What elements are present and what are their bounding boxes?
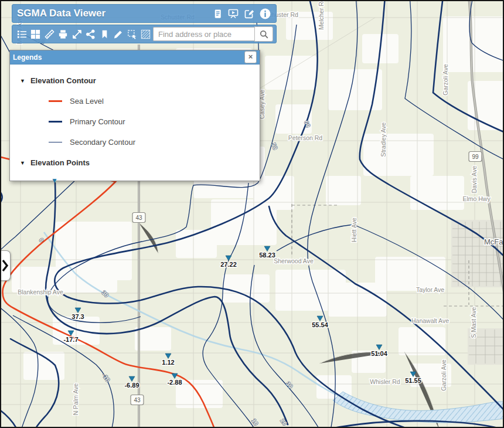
svg-text:99: 99 [472, 154, 479, 160]
road-label: S Mast Ave [470, 307, 477, 338]
edit-icon[interactable] [243, 7, 256, 20]
app-title: SGMA Data Viewer [17, 8, 208, 19]
measure-button[interactable] [43, 26, 56, 42]
title-bar: SGMA Data Viewer [12, 4, 277, 23]
search-input[interactable] [153, 27, 254, 41]
report-icon[interactable] [211, 7, 224, 20]
highway-shield: 43 [132, 213, 145, 223]
elevation-point-value: 51.04 [371, 350, 387, 357]
elevation-point-value: 37.3 [71, 313, 84, 320]
road-label: N Palm Ave [72, 383, 79, 416]
search-box [153, 26, 273, 42]
elevation-point-value: 27.22 [220, 261, 237, 268]
search-icon [259, 29, 269, 39]
town-label: McFarland [484, 237, 504, 246]
draw-button[interactable] [112, 26, 125, 42]
primary-contour-line-swatch [49, 121, 62, 123]
elevation-point-value: -17.7 [63, 336, 78, 343]
legend-item-sea-level: Sea Level [49, 97, 260, 106]
svg-text:43: 43 [135, 215, 142, 221]
legends-title: Legends [13, 53, 244, 62]
legends-panel: Legends × ▼ Elevation Contour Sea Level … [9, 50, 260, 181]
road-label: Melcher Rd [318, 0, 325, 30]
road-label: Davis Ave [471, 166, 478, 193]
share-button[interactable] [84, 26, 98, 42]
highway-shield: 43 [131, 395, 144, 405]
caret-down-icon: ▼ [20, 160, 25, 166]
road-label: Hiett Ave [350, 218, 357, 242]
sgma-data-viewer-window: 0.06050300-10301020 434399 Schuster RdSc… [0, 0, 504, 428]
basemap-grid-button[interactable] [29, 26, 43, 42]
road-label: Blankenship Ave [18, 288, 63, 295]
secondary-contour-line-swatch [49, 142, 62, 142]
print-button[interactable] [57, 26, 70, 42]
fullscreen-button[interactable] [70, 26, 84, 42]
map-toolbar [12, 25, 277, 43]
road-label: Garzoli Ave [442, 64, 449, 96]
caret-down-icon: ▼ [20, 78, 25, 84]
elevation-point-marker-swatch: ▼ [51, 176, 260, 185]
road-label: Hanawalt Ave [411, 317, 449, 324]
road-label: Taylor Ave [416, 286, 444, 293]
sidebar-expander[interactable] [0, 250, 11, 281]
swipe-button[interactable] [139, 26, 153, 42]
road-label: Stradley Ave [380, 122, 387, 157]
legend-list-button[interactable] [15, 26, 29, 42]
legend-item-secondary-contour: Secondary Contour [49, 138, 260, 147]
sea-level-line-swatch [49, 100, 62, 102]
road-label: Elmo Hwy [462, 195, 491, 202]
elevation-point-value: -2.88 [167, 379, 182, 386]
elevation-point-value: 55.54 [312, 321, 328, 328]
road-label: Peterson Rd [288, 134, 323, 141]
presentation-icon[interactable] [227, 7, 240, 20]
legend-item-primary-contour: Primary Contour [49, 117, 260, 126]
bookmark-button[interactable] [98, 26, 111, 42]
close-icon[interactable]: × [244, 51, 257, 63]
legend-group-elevation-contour[interactable]: ▼ Elevation Contour [20, 76, 260, 85]
search-button[interactable] [254, 26, 273, 42]
town-label: McFarland [484, 237, 504, 246]
info-icon[interactable] [258, 7, 271, 20]
road-label: Garzoli Ave [440, 359, 447, 391]
legend-group-elevation-points[interactable]: ▼ Elevation Points [20, 158, 260, 167]
legends-panel-header[interactable]: Legends × [10, 50, 260, 64]
road-label: Whisler Rd [370, 378, 400, 385]
select-button[interactable] [125, 26, 139, 42]
chevron-right-icon [1, 258, 9, 273]
road-label: Sherwood Ave [274, 257, 314, 264]
elevation-point-value: 58.23 [259, 252, 275, 259]
highway-shield: 99 [469, 152, 482, 162]
svg-text:43: 43 [134, 397, 141, 403]
elevation-point-value: 51.55 [405, 377, 421, 384]
elevation-point-value: -6.89 [124, 382, 139, 389]
elevation-point-value: 1.12 [162, 359, 174, 366]
